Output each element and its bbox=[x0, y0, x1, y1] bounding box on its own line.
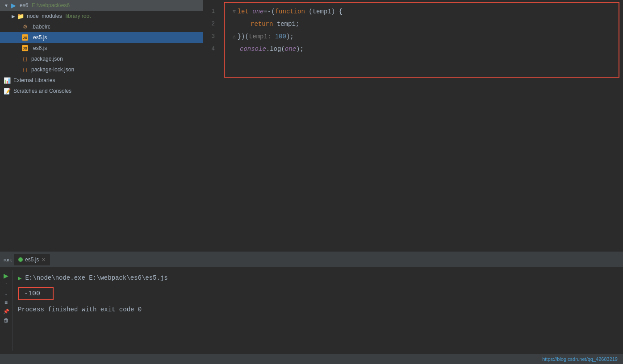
sidebar-item-node-modules[interactable]: ▶ 📁 node_modules library root bbox=[0, 11, 203, 21]
bottom-tabs-bar: run: es5.js ✕ bbox=[0, 252, 623, 267]
json-icon-packagelock: { } bbox=[21, 66, 29, 73]
sidebar-item-packagelockjson[interactable]: { } package-lock.json bbox=[0, 64, 203, 75]
run-arrow-icon: ▶ bbox=[18, 274, 21, 282]
node-modules-sublabel: library root bbox=[66, 13, 91, 19]
sidebar-item-packagejson[interactable]: { } package.json bbox=[0, 54, 203, 64]
babelrc-label: .babelrc bbox=[31, 24, 50, 30]
code-line-2: return temp1 ; bbox=[233, 18, 616, 30]
sidebar-item-es6js[interactable]: JS es6.js bbox=[0, 43, 203, 54]
sidebar-item-babelrc[interactable]: ⚙ .babelrc bbox=[0, 21, 203, 32]
run-button[interactable]: ▶ bbox=[3, 272, 10, 279]
expand-arrow-icon: ▼ bbox=[4, 3, 9, 8]
terminal-command-line: ▶ E:\node\node.exe E:\webpack\es6\es5.js bbox=[18, 272, 618, 284]
sidebar-item-es5js[interactable]: JS es5.js bbox=[0, 32, 203, 43]
comment-temp1: temp1: bbox=[249, 30, 275, 43]
main-area: ▼ ▶ es6 E:\webpack\es6 ▶ 📁 node_modules … bbox=[0, 0, 623, 252]
sidebar-item-scratches[interactable]: 📝 Scratches and Consoles bbox=[0, 86, 203, 96]
param-temp1: temp1 bbox=[313, 5, 331, 18]
external-libraries-label: External Libraries bbox=[13, 77, 55, 83]
csdn-link[interactable]: https://blog.csdn.net/qq_42683219 bbox=[542, 356, 618, 362]
terminal-command: E:\node\node.exe E:\webpack\es6\es5.js bbox=[25, 274, 167, 281]
packagelockjson-label: package-lock.json bbox=[31, 66, 74, 73]
tab-filename: es5.js bbox=[25, 256, 39, 263]
fold-marker-1: ▽ bbox=[233, 5, 236, 18]
punct-3-end: ); bbox=[286, 30, 294, 43]
punct-semi-2: ; bbox=[296, 18, 299, 30]
editor-area: 1 2 3 4 ▽ let one =-( function ( temp1 )… bbox=[203, 0, 623, 252]
js-icon-es5: JS bbox=[21, 34, 29, 41]
terminal-sidebar: ▶ ↑ ↓ ≡ 📌 🗑 bbox=[0, 270, 13, 351]
terminal-output: -100 bbox=[18, 287, 54, 300]
code-line-1: ▽ let one =-( function ( temp1 ) { bbox=[233, 5, 616, 18]
var-one: one bbox=[252, 5, 263, 18]
sidebar-item-project[interactable]: ▼ ▶ es6 E:\webpack\es6 bbox=[0, 0, 203, 11]
sidebar-item-external-libraries[interactable]: 📊 External Libraries bbox=[0, 75, 203, 86]
packagejson-label: package.json bbox=[31, 56, 63, 62]
keyword-let: let bbox=[238, 5, 253, 18]
json-icon-package: { } bbox=[21, 55, 29, 62]
node-modules-label: node_modules bbox=[27, 13, 62, 19]
terminal-tab[interactable]: es5.js ✕ bbox=[14, 254, 50, 265]
output-container: -100 bbox=[18, 285, 618, 302]
tab-close-icon[interactable]: ✕ bbox=[42, 257, 46, 263]
es5js-label: es5.js bbox=[33, 34, 47, 41]
terminal-main: ▶ E:\node\node.exe E:\webpack\es6\es5.js… bbox=[13, 270, 623, 351]
keyword-return: return bbox=[251, 18, 277, 30]
terminal-exit-line: Process finished with exit code 0 bbox=[18, 304, 618, 315]
tab-icon bbox=[18, 257, 23, 262]
punct-4-end: ); bbox=[296, 43, 304, 55]
folder-icon: 📁 bbox=[17, 12, 24, 20]
punct-paren: ( bbox=[309, 5, 312, 18]
bottom-panel: run: es5.js ✕ ▶ ↑ ↓ ≡ 📌 🗑 ▶ E:\node\node… bbox=[0, 252, 623, 354]
project-label: es6 bbox=[20, 2, 28, 8]
fold-marker-3: △ bbox=[233, 30, 236, 43]
run-label: run: bbox=[4, 257, 12, 262]
code-line-4: console . log( one ); bbox=[233, 43, 616, 55]
line-numbers: 1 2 3 4 bbox=[203, 0, 226, 252]
punct-brace: ) { bbox=[331, 5, 343, 18]
code-line-3: △ })( temp1: 100 ); bbox=[233, 30, 616, 43]
project-icon: ▶ bbox=[10, 2, 17, 9]
var-temp1-2: temp1 bbox=[277, 18, 296, 30]
trash-button[interactable]: 🗑 bbox=[3, 317, 10, 324]
sidebar: ▼ ▶ es6 E:\webpack\es6 ▶ 📁 node_modules … bbox=[0, 0, 203, 252]
method-log: log( bbox=[270, 43, 285, 55]
punct-1: =-( bbox=[263, 5, 275, 18]
code-lines: ▽ let one =-( function ( temp1 ) { retur… bbox=[226, 0, 623, 252]
js-icon-es6: JS bbox=[21, 45, 29, 52]
babelrc-icon: ⚙ bbox=[21, 23, 29, 30]
scratches-icon: 📝 bbox=[4, 87, 11, 95]
code-container: 1 2 3 4 ▽ let one =-( function ( temp1 )… bbox=[203, 0, 623, 252]
terminal-exit-message: Process finished with exit code 0 bbox=[18, 306, 142, 313]
num-100: 100 bbox=[275, 30, 286, 43]
status-bar: https://blog.csdn.net/qq_42683219 bbox=[0, 354, 623, 364]
keyword-console: console bbox=[240, 43, 266, 55]
punct-3-close: })( bbox=[238, 30, 249, 43]
pin-button[interactable]: 📌 bbox=[3, 308, 10, 315]
down-button[interactable]: ↓ bbox=[3, 290, 10, 297]
up-button[interactable]: ↑ bbox=[3, 281, 10, 288]
expand-arrow-icon: ▶ bbox=[11, 13, 16, 19]
libraries-icon: 📊 bbox=[4, 77, 11, 84]
punct-dot: . bbox=[266, 43, 270, 55]
terminal-content: ▶ ↑ ↓ ≡ 📌 🗑 ▶ E:\node\node.exe E:\webpac… bbox=[0, 267, 623, 354]
es6js-label: es6.js bbox=[33, 45, 47, 51]
list-button[interactable]: ≡ bbox=[3, 299, 10, 306]
var-one-4: one bbox=[285, 43, 296, 55]
scratches-label: Scratches and Consoles bbox=[13, 88, 71, 94]
project-path: E:\webpack\es6 bbox=[32, 2, 70, 8]
keyword-function: function bbox=[275, 5, 309, 18]
